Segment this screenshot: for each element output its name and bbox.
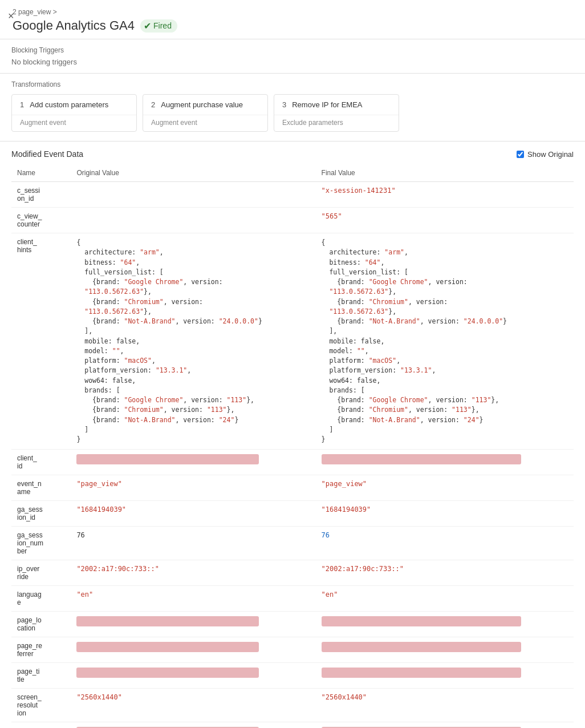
redacted-bar-original: [76, 616, 259, 626]
row-name: page_title: [11, 663, 71, 689]
code-block-original: { architecture: "arm", bitness: "64", fu…: [76, 238, 310, 444]
row-final: [316, 663, 574, 689]
row-original: "page_view": [71, 475, 315, 501]
row-original: "2560x1440": [71, 689, 315, 722]
table-row: page_referrer: [11, 637, 574, 663]
row-name: ga_session_id: [11, 501, 71, 527]
redacted-bar-final: [322, 642, 521, 652]
row-name: user_agent: [11, 722, 71, 728]
card-1-name: Add custom parameters: [30, 100, 108, 109]
row-final: "en": [316, 586, 574, 612]
table-row: language "en" "en": [11, 586, 574, 612]
row-name: screen_resolution: [11, 689, 71, 722]
no-triggers-text: No blocking triggers: [11, 58, 574, 66]
final-value: "page_view": [322, 480, 367, 488]
row-original: [71, 663, 315, 689]
table-row: client_id: [11, 450, 574, 475]
transformation-card-2[interactable]: 2 Augment purchase value Augment event: [143, 94, 268, 132]
modified-event-section: Modified Event Data Show Original Name O…: [0, 141, 585, 728]
table-row: ga_session_number 76 76: [11, 527, 574, 560]
close-button[interactable]: ×: [6, 8, 17, 25]
fired-badge: ✔ Fired: [140, 19, 177, 33]
row-final: [316, 612, 574, 637]
col-header-original: Original Value: [71, 164, 315, 182]
row-original: [71, 637, 315, 663]
redacted-bar-final: [322, 668, 521, 678]
table-row: page_location: [11, 612, 574, 637]
col-header-name: Name: [11, 164, 71, 182]
card-2-header: 2 Augment purchase value: [143, 95, 267, 115]
table-row: ip_override "2002:a17:90c:733::" "2002:a…: [11, 560, 574, 586]
card-1-number: 1: [20, 100, 24, 109]
row-original: [71, 208, 315, 233]
final-value: "2560x1440": [322, 693, 367, 701]
row-final: [316, 637, 574, 663]
redacted-bar-original: [76, 454, 259, 464]
card-3-footer: Exclude parameters: [274, 115, 399, 131]
card-3-number: 3: [282, 100, 286, 109]
table-row: event_name "page_view" "page_view": [11, 475, 574, 501]
final-value: "x-session-141231": [322, 187, 396, 195]
card-2-footer: Augment event: [143, 115, 267, 131]
row-final: [316, 722, 574, 728]
card-3-name: Remove IP for EMEA: [292, 100, 362, 109]
table-row: page_title: [11, 663, 574, 689]
original-value: "en": [76, 591, 93, 598]
event-data-table: Name Original Value Final Value c_sessio…: [11, 164, 574, 728]
row-final: "page_view": [316, 475, 574, 501]
table-row: ga_session_id "1684194039" "1684194039": [11, 501, 574, 527]
table-row: screen_resolution "2560x1440" "2560x1440…: [11, 689, 574, 722]
page-title: Google Analytics GA4: [13, 18, 135, 33]
row-name: ga_session_number: [11, 527, 71, 560]
blocking-triggers-title: Blocking Triggers: [11, 46, 574, 54]
table-row: user_agent: [11, 722, 574, 728]
original-value: "1684194039": [76, 505, 126, 513]
redacted-bar-final: [322, 454, 521, 464]
show-original-checkbox[interactable]: [517, 151, 524, 158]
card-1-footer: Augment event: [12, 115, 136, 131]
row-name: c_session_id: [11, 182, 71, 208]
card-2-name: Augment purchase value: [161, 100, 243, 109]
transformations-title: Transformations: [11, 80, 574, 88]
blocking-triggers-section: Blocking Triggers No blocking triggers: [0, 39, 585, 74]
modified-header: Modified Event Data Show Original: [11, 149, 574, 159]
transformation-card-3[interactable]: 3 Remove IP for EMEA Exclude parameters: [274, 94, 399, 132]
code-block-final: { architecture: "arm", bitness: "64", fu…: [322, 238, 568, 444]
check-circle-icon: ✔: [144, 21, 151, 31]
row-final: 76: [316, 527, 574, 560]
row-final: "x-session-141231": [316, 182, 574, 208]
row-final: "565": [316, 208, 574, 233]
row-original: "2002:a17:90c:733::": [71, 560, 315, 586]
show-original-label[interactable]: Show Original: [517, 150, 574, 159]
row-original: [71, 182, 315, 208]
row-original: [71, 612, 315, 637]
final-value: "1684194039": [322, 505, 371, 513]
title-row: Google Analytics GA4 ✔ Fired: [13, 18, 177, 33]
fired-label: Fired: [153, 21, 172, 30]
original-value: "page_view": [76, 480, 121, 488]
row-name: ip_override: [11, 560, 71, 586]
original-value: 76: [76, 531, 84, 539]
table-row: c_view_counter "565": [11, 208, 574, 233]
row-final: [316, 450, 574, 475]
row-name: client_hints: [11, 233, 71, 450]
original-value: "2560x1440": [76, 693, 121, 701]
redacted-bar-original: [76, 668, 259, 678]
original-value: "2002:a17:90c:733::": [76, 565, 159, 573]
card-2-number: 2: [151, 100, 155, 109]
breadcrumb: 2 page_view >: [13, 8, 177, 16]
final-value: 76: [322, 531, 330, 539]
final-value: "en": [322, 591, 338, 598]
row-name: client_id: [11, 450, 71, 475]
row-final: "2002:a17:90c:733::": [316, 560, 574, 586]
card-1-header: 1 Add custom parameters: [12, 95, 136, 115]
transformation-card-1[interactable]: 1 Add custom parameters Augment event: [11, 94, 137, 132]
row-name: c_view_counter: [11, 208, 71, 233]
final-value: "565": [322, 212, 342, 220]
row-name: page_referrer: [11, 637, 71, 663]
card-3-header: 3 Remove IP for EMEA: [274, 95, 399, 115]
row-final: "1684194039": [316, 501, 574, 527]
row-final: "2560x1440": [316, 689, 574, 722]
transformations-section: Transformations 1 Add custom parameters …: [0, 74, 585, 141]
main-panel: × 2 page_view > Google Analytics GA4 ✔ F…: [0, 0, 585, 728]
